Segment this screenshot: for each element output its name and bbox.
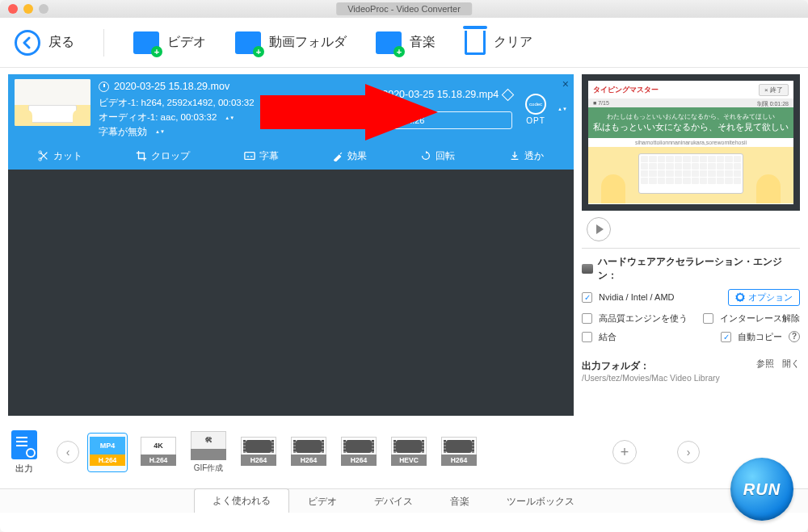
add-folder-button[interactable]: + 動画フォルダ xyxy=(235,31,347,54)
subtitle-updown-icon[interactable]: ▲▼ xyxy=(155,130,165,134)
document-gear-icon xyxy=(11,430,37,459)
minimize-window-icon[interactable] xyxy=(23,4,33,14)
audio-updown-icon[interactable]: ▲▼ xyxy=(225,116,234,120)
edit-toolbar: カット クロップ 字幕 効果 回転 透か xyxy=(8,145,574,170)
audio-stream-info: オーディオ-1: aac, 00:03:32 xyxy=(99,111,217,125)
titlebar: VideoProc - Video Converter xyxy=(0,0,808,18)
format-scroll-right[interactable]: › xyxy=(677,441,700,463)
tab-1[interactable]: ビデオ xyxy=(289,489,356,513)
output-section-label: 出力 xyxy=(15,463,33,475)
format-preset-4[interactable]: iPhoneH264 xyxy=(289,434,328,471)
trash-icon xyxy=(465,31,486,55)
subtitle-label: 字幕 xyxy=(259,149,279,163)
gear-icon xyxy=(735,292,745,302)
separator xyxy=(103,29,104,57)
codec-option-button[interactable]: OPT xyxy=(525,94,546,125)
remove-item-button[interactable]: × xyxy=(562,77,569,90)
rotate-button[interactable]: 回転 xyxy=(420,149,455,163)
folder-label: 動画フォルダ xyxy=(269,34,347,51)
video-item-card[interactable]: × 2020-03-25 15.18.29.mov ビデオ-1: h264, 2… xyxy=(8,74,574,170)
svg-rect-1 xyxy=(392,116,400,124)
merge-checkbox[interactable] xyxy=(582,332,592,342)
deinterlace-checkbox[interactable] xyxy=(703,313,713,324)
hand-left-icon xyxy=(601,174,625,203)
autocopy-checkbox[interactable]: ✓ xyxy=(721,332,731,342)
clear-label: クリア xyxy=(494,34,532,51)
format-preset-3[interactable]: MP4H264 xyxy=(239,434,278,471)
video-updown-icon[interactable]: ▲▼ xyxy=(263,102,272,106)
hq-checkbox[interactable] xyxy=(582,313,592,324)
crop-label: クロップ xyxy=(151,149,190,163)
main-toolbar: 戻る + ビデオ + 動画フォルダ + 音楽 クリア xyxy=(0,18,808,68)
back-arrow-icon xyxy=(15,30,40,56)
clear-button[interactable]: クリア xyxy=(465,31,532,55)
maximize-window-icon xyxy=(39,4,48,14)
cut-button[interactable]: カット xyxy=(38,149,82,163)
video-icon: + xyxy=(133,31,159,54)
autocopy-label: 自動コピー xyxy=(738,331,782,343)
svg-rect-4 xyxy=(245,153,255,160)
cut-label: カット xyxy=(53,149,82,163)
hw-option-button[interactable]: オプション xyxy=(728,289,800,306)
format-text: H.26 xyxy=(406,115,424,125)
preview-main-line: 私はもっといい女になるから、それを見て欲しい xyxy=(591,121,790,133)
close-window-icon[interactable] xyxy=(8,4,18,14)
output-format-pill[interactable]: H.26 xyxy=(382,111,512,129)
tab-0[interactable]: よく使われる xyxy=(194,488,289,513)
add-format-button[interactable]: + xyxy=(612,440,637,464)
clock-icon xyxy=(99,82,109,92)
keyboard-icon xyxy=(638,153,743,194)
format-preset-0[interactable]: MP4H.264 xyxy=(87,433,128,472)
video-stream-info: ビデオ-1: h264, 2592x1492, 00:03:32 xyxy=(99,96,255,111)
browse-button[interactable]: 参照 xyxy=(756,358,774,370)
format-updown-icon[interactable]: ▲▼ xyxy=(558,107,567,111)
subtitle-info: 字幕が無効 xyxy=(99,125,147,140)
video-label: ビデオ xyxy=(167,34,206,51)
window-title: VideoProc - Video Converter xyxy=(336,2,472,15)
watermark-button[interactable]: 透か xyxy=(509,149,544,163)
format-preset-2[interactable]: 🛠GIF作成 xyxy=(189,428,228,477)
tab-4[interactable]: ツールボックス xyxy=(488,489,593,513)
watermark-label: 透か xyxy=(524,149,544,163)
output-folder-label: 出力フォルダ： xyxy=(582,359,650,373)
run-label: RUN xyxy=(743,480,781,499)
preview-play-button[interactable] xyxy=(587,217,611,241)
output-filename: 2020-03-25 15.18.29.mp4 xyxy=(382,89,499,100)
run-button[interactable]: RUN xyxy=(730,458,793,521)
format-scroll-left[interactable]: ‹ xyxy=(57,441,79,463)
rename-icon[interactable] xyxy=(502,89,515,102)
format-bar: 出力 ‹ MP4H.2644KH.264🛠GIF作成MP4H264iPhoneH… xyxy=(0,416,808,488)
add-video-button[interactable]: + ビデオ xyxy=(133,31,206,54)
preview-panel: タイピングマスター × 終了 ■ 7/15制限 0:01:28 わたしはもっとい… xyxy=(582,74,800,211)
source-filename: 2020-03-25 15.18.29.mov xyxy=(114,79,229,94)
merge-label: 結合 xyxy=(599,331,617,343)
folder-icon: + xyxy=(235,31,261,54)
format-preset-1[interactable]: 4KH.264 xyxy=(139,434,178,471)
preview-thumbnail: タイピングマスター × 終了 ■ 7/15制限 0:01:28 わたしはもっとい… xyxy=(588,81,793,204)
back-label: 戻る xyxy=(48,34,74,51)
effect-button[interactable]: 効果 xyxy=(332,149,367,163)
music-label: 音楽 xyxy=(410,34,436,51)
tab-3[interactable]: 音楽 xyxy=(431,489,488,513)
crop-button[interactable]: クロップ xyxy=(136,149,190,163)
format-preset-6[interactable]: MP4HEVC xyxy=(389,434,428,471)
subtitle-button[interactable]: 字幕 xyxy=(244,149,279,163)
format-preset-5[interactable]: AndroidH264 xyxy=(339,434,378,471)
vendors-checkbox[interactable]: ✓ xyxy=(582,292,592,303)
opt-label: OPT xyxy=(526,116,545,125)
tab-2[interactable]: デバイス xyxy=(356,489,431,513)
hw-accel-title: ハードウェアアクセラレーション・エンジン： xyxy=(582,255,800,283)
add-music-button[interactable]: + 音楽 xyxy=(376,31,436,54)
preview-kana-line: わたしはもっといいおんなになるから、それをみてほしい xyxy=(591,112,790,121)
back-button[interactable]: 戻る xyxy=(15,30,74,56)
format-preset-7[interactable]: 4KH264 xyxy=(440,434,478,471)
help-icon[interactable]: ? xyxy=(789,331,800,342)
preview-logo: タイピングマスター xyxy=(593,85,659,95)
open-folder-button[interactable]: 開く xyxy=(782,358,800,370)
film-icon xyxy=(391,115,401,125)
preview-roman-line: sihamottoiionnnaninarukara,sorewomitehos… xyxy=(588,138,793,147)
chevron-right-icon: › › › xyxy=(322,103,332,115)
video-list-empty-area xyxy=(8,170,574,416)
hq-label: 高品質エンジンを使う xyxy=(599,312,688,325)
source-thumbnail xyxy=(15,79,90,126)
